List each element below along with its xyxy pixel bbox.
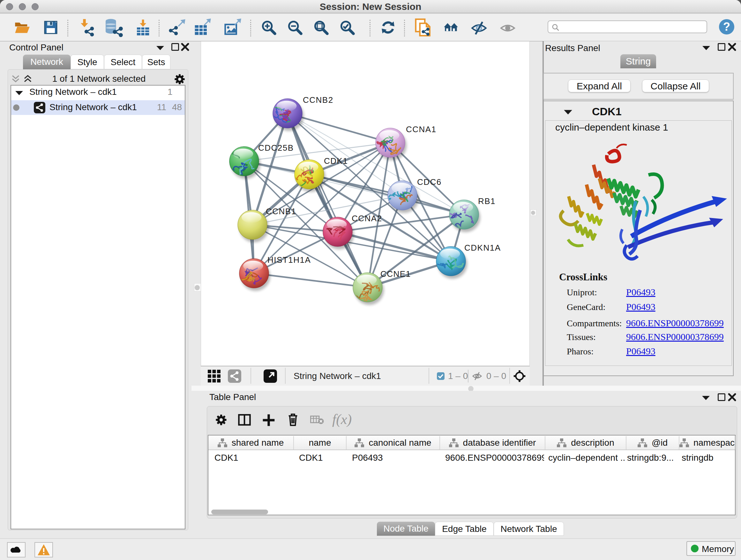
svg-text:RB1: RB1 [478, 196, 495, 206]
svg-text:CDK1: CDK1 [324, 156, 348, 166]
svg-text:CCNB1: CCNB1 [266, 206, 296, 216]
svg-text:CDC6: CDC6 [417, 177, 442, 187]
svg-text:CDKN1A: CDKN1A [464, 243, 501, 253]
svg-text:CCNA1: CCNA1 [406, 125, 436, 134]
svg-text:CCNA2: CCNA2 [352, 213, 382, 223]
svg-text:HIST1H1A: HIST1H1A [267, 255, 311, 265]
svg-text:CDC25B: CDC25B [258, 143, 294, 152]
svg-text:CCNB2: CCNB2 [303, 95, 333, 105]
svg-text:CCNE1: CCNE1 [381, 269, 411, 279]
